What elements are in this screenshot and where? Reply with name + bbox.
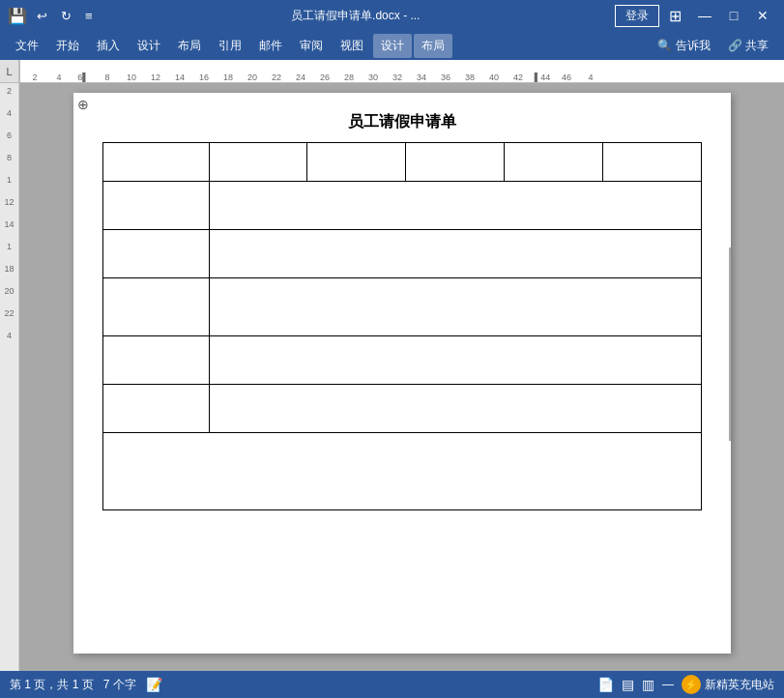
ruler-tick-10: 10 bbox=[127, 73, 136, 82]
lruler-24: 4 bbox=[7, 332, 12, 340]
view-icon-1[interactable]: 📄 bbox=[597, 677, 614, 692]
ruler-tick-4: 4 bbox=[56, 73, 61, 82]
table-cell-value[interactable] bbox=[209, 278, 701, 336]
title-bar: 💾 ↩ ↻ ≡ 员工请假申请单.docx - ... 登录 ⊞ — □ ✕ bbox=[0, 0, 784, 31]
doc-area: ⊕ 员工请假申请单 bbox=[19, 83, 784, 671]
lruler-4: 4 bbox=[7, 109, 12, 118]
menu-insert[interactable]: 插入 bbox=[89, 34, 128, 58]
undo-button[interactable]: ↩ bbox=[33, 7, 51, 25]
lruler-18: 18 bbox=[4, 265, 14, 274]
lruler-10: 1 bbox=[7, 176, 12, 185]
login-button[interactable]: 登录 bbox=[615, 5, 659, 27]
document: ⊕ 员工请假申请单 bbox=[73, 93, 731, 654]
menu-view[interactable]: 视图 bbox=[333, 34, 371, 58]
lruler-16: 1 bbox=[7, 243, 12, 251]
ruler-tick-14: 14 bbox=[175, 73, 185, 82]
ruler-tick-16: 16 bbox=[199, 73, 209, 82]
status-right-area: 📄 ▤ ▥ — ⚡ 新精英充电站 bbox=[597, 675, 774, 694]
maximize-button[interactable]: □ bbox=[720, 2, 747, 29]
ruler-tick-8: 8 bbox=[104, 73, 109, 82]
window-controls: — □ ✕ bbox=[691, 2, 776, 29]
word-count: 7 个字 bbox=[103, 677, 136, 693]
table-row bbox=[102, 385, 701, 433]
table-cell-value[interactable] bbox=[209, 230, 701, 278]
ruler-tick-28: 28 bbox=[344, 73, 354, 82]
menu-design2[interactable]: 设计 bbox=[373, 34, 412, 58]
ruler-tick-32: 32 bbox=[392, 73, 402, 82]
table-cell-label[interactable] bbox=[102, 230, 209, 278]
menu-mail[interactable]: 邮件 bbox=[251, 34, 290, 58]
table-cell-value[interactable] bbox=[209, 336, 701, 385]
table-cell-wide[interactable] bbox=[102, 433, 701, 510]
ruler-tick-46: 46 bbox=[562, 73, 571, 82]
menu-layout2[interactable]: 布局 bbox=[414, 34, 452, 58]
lruler-2: 2 bbox=[7, 87, 12, 96]
table-cell-label[interactable] bbox=[102, 385, 209, 433]
brand-name: 新精英充电站 bbox=[705, 677, 774, 693]
document-title: 员工请假申请单.docx - ... bbox=[102, 8, 609, 24]
lruler-14: 14 bbox=[4, 220, 14, 229]
table-row bbox=[102, 182, 701, 230]
window-icon-tile: ⊞ bbox=[669, 7, 682, 25]
right-edge-line bbox=[729, 247, 731, 441]
ruler-tick-44: ▌44 bbox=[535, 73, 550, 82]
ruler-bar: L 2 4 6▌ 8 10 12 14 16 18 20 22 24 26 28… bbox=[0, 60, 784, 83]
table-cell[interactable] bbox=[504, 143, 602, 182]
page-info: 第 1 页，共 1 页 bbox=[10, 677, 94, 693]
table-row bbox=[102, 143, 701, 182]
lruler-8: 8 bbox=[7, 154, 12, 162]
view-icon-3[interactable]: ▥ bbox=[642, 677, 654, 692]
menu-bar: 文件 开始 插入 设计 布局 引用 邮件 审阅 视图 设计 布局 🔍 告诉我 🔗… bbox=[0, 31, 784, 60]
table-cell-label[interactable] bbox=[102, 278, 209, 336]
table-cell-value[interactable] bbox=[209, 182, 701, 230]
ruler-tick-24: 24 bbox=[296, 73, 305, 82]
menu-design[interactable]: 设计 bbox=[130, 34, 168, 58]
menu-reference[interactable]: 引用 bbox=[211, 34, 249, 58]
menu-review[interactable]: 审阅 bbox=[292, 34, 331, 58]
move-handle-icon[interactable]: ⊕ bbox=[77, 97, 89, 112]
ruler-tick-47: 4 bbox=[588, 73, 593, 82]
form-table bbox=[102, 142, 702, 510]
close-button[interactable]: ✕ bbox=[749, 2, 776, 29]
ruler-tick-38: 38 bbox=[465, 73, 475, 82]
save-icon[interactable]: 💾 bbox=[8, 7, 27, 25]
table-cell-label[interactable] bbox=[102, 182, 209, 230]
table-row bbox=[102, 336, 701, 385]
table-cell[interactable] bbox=[602, 143, 701, 182]
edit-icon[interactable]: 📝 bbox=[146, 677, 162, 692]
brand-area: ⚡ 新精英充电站 bbox=[682, 675, 774, 694]
status-bar: 第 1 页，共 1 页 7 个字 📝 📄 ▤ ▥ — ⚡ 新精英充电站 bbox=[0, 671, 784, 698]
menu-file[interactable]: 文件 bbox=[8, 34, 46, 58]
ruler-tick-30: 30 bbox=[368, 73, 378, 82]
brand-icon: ⚡ bbox=[682, 675, 701, 694]
lruler-6: 6 bbox=[7, 131, 12, 140]
view-icon-2[interactable]: ▤ bbox=[622, 677, 634, 692]
table-cell[interactable] bbox=[406, 143, 505, 182]
lruler-22: 22 bbox=[4, 309, 14, 318]
table-row bbox=[102, 433, 701, 510]
table-cell[interactable] bbox=[102, 143, 209, 182]
redo-button[interactable]: ↻ bbox=[57, 7, 75, 25]
ruler-label: L bbox=[0, 60, 19, 82]
ruler-tick-6: 6▌ bbox=[77, 73, 88, 82]
table-cell-value[interactable] bbox=[209, 385, 701, 433]
table-cell[interactable] bbox=[209, 143, 307, 182]
menu-start[interactable]: 开始 bbox=[48, 34, 87, 58]
ruler-tick-34: 34 bbox=[417, 73, 426, 82]
table-cell-label[interactable] bbox=[102, 336, 209, 385]
lruler-20: 20 bbox=[4, 287, 14, 296]
menu-layout[interactable]: 布局 bbox=[170, 34, 209, 58]
left-ruler: 2 4 6 8 1 12 14 1 18 20 22 4 bbox=[0, 83, 19, 671]
ruler-tick-22: 22 bbox=[272, 73, 281, 82]
menu-search[interactable]: 🔍 告诉我 bbox=[650, 34, 717, 58]
ruler-tick-36: 36 bbox=[441, 73, 450, 82]
ruler-tick-20: 20 bbox=[247, 73, 257, 82]
menu-share[interactable]: 🔗 共享 bbox=[720, 34, 776, 58]
zoom-control[interactable]: — bbox=[662, 678, 674, 691]
ruler-tick-42: 42 bbox=[513, 73, 523, 82]
minimize-button[interactable]: — bbox=[691, 2, 718, 29]
table-cell[interactable] bbox=[307, 143, 406, 182]
menu-icon[interactable]: ≡ bbox=[81, 7, 97, 25]
ruler-tick-40: 40 bbox=[489, 73, 499, 82]
table-row bbox=[102, 278, 701, 336]
